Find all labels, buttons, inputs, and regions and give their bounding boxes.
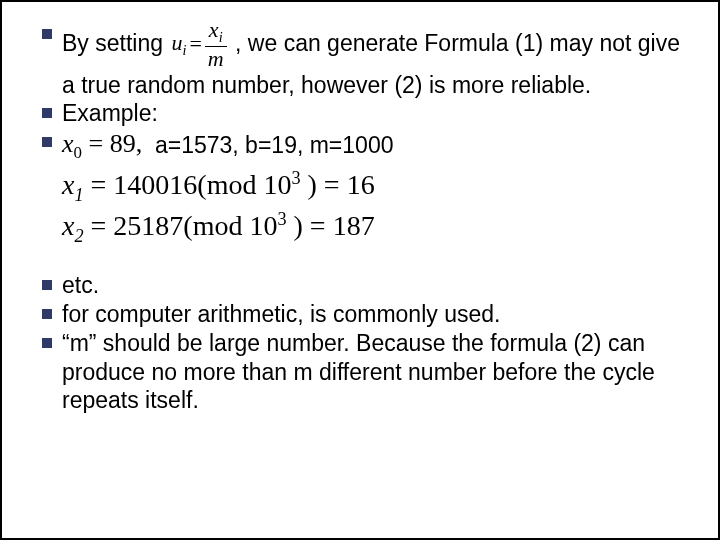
equation-1: x1 = 140016(mod 103 ) = 16 [62, 168, 680, 206]
square-bullet-icon [32, 271, 62, 290]
eq2-exp: 3 [277, 209, 286, 229]
square-bullet-icon [32, 329, 62, 348]
frac-lhs-base: u [171, 30, 182, 55]
bullet-2-text: Example: [62, 99, 680, 128]
bullet-1-text: By setting ui = xi m , we can generate F… [62, 20, 680, 99]
square-bullet-icon [32, 20, 62, 39]
x0-eq: = 89, [82, 129, 142, 158]
x0-sub: 0 [74, 143, 82, 162]
params-text: a=1573, b=19, m=1000 [142, 131, 393, 160]
list-item: x0 = 89, a=1573, b=19, m=1000 [32, 128, 680, 163]
list-item: Example: [32, 99, 680, 128]
list-item: “m” should be large number. Because the … [32, 329, 680, 415]
list-item: etc. [32, 271, 680, 300]
square-bullet-icon [32, 128, 62, 147]
eq1-tail: ) = 16 [301, 169, 375, 200]
x0-var: x [62, 129, 74, 158]
frac-num-sub: i [219, 29, 223, 45]
inline-fraction: ui = xi m [171, 19, 226, 70]
eq1-var: x [62, 169, 74, 200]
square-bullet-icon [32, 300, 62, 319]
bullet-5-text: for computer arithmetic, is commonly use… [62, 300, 680, 329]
bullet-6-text: “m” should be large number. Because the … [62, 329, 680, 415]
equation-2: x2 = 25187(mod 103 ) = 187 [62, 209, 680, 247]
eq1-body: = 140016(mod 10 [84, 169, 292, 200]
slide: By setting ui = xi m , we can generate F… [0, 0, 720, 540]
bullet-1-pre: By setting [62, 30, 169, 56]
eq1-exp: 3 [291, 168, 300, 188]
eq1-sub: 1 [74, 184, 83, 204]
eq2-var: x [62, 211, 74, 242]
eq2-sub: 2 [74, 226, 83, 246]
eq2-tail: ) = 187 [287, 211, 375, 242]
bullet-3-text: x0 = 89, a=1573, b=19, m=1000 [62, 128, 680, 163]
eq2-body: = 25187(mod 10 [84, 211, 278, 242]
frac-den: m [205, 47, 227, 70]
list-item: By setting ui = xi m , we can generate F… [32, 20, 680, 99]
list-item: for computer arithmetic, is commonly use… [32, 300, 680, 329]
frac-num-base: x [209, 17, 219, 42]
bullet-4-text: etc. [62, 271, 680, 300]
x0-expr: x0 = 89, [62, 128, 142, 163]
frac-lhs-sub: i [182, 42, 186, 58]
square-bullet-icon [32, 99, 62, 118]
